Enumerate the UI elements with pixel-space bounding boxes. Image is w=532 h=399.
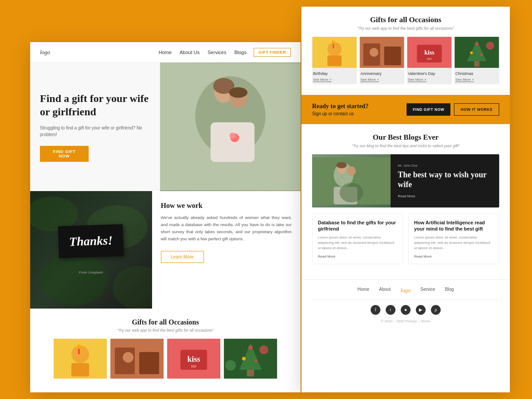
svg-point-60	[340, 183, 363, 202]
svg-point-5	[229, 87, 247, 98]
right-gift-anniversary[interactable]: Anniversary See More >	[360, 37, 404, 84]
footer-nav-home[interactable]: Home	[357, 287, 369, 294]
how-we-work-title: How we work	[161, 202, 292, 210]
nav-services[interactable]: Services	[207, 50, 226, 55]
svg-point-38	[332, 40, 335, 44]
footer-nav-about[interactable]: About	[379, 287, 391, 294]
left-panel: logo Home About Us Services Blogs GIFT F…	[30, 42, 301, 392]
right-valentine-label: Valentine's Day	[407, 70, 452, 77]
blog-card-1-text: Lorem ipsum dolor sit amet, consectetur …	[414, 235, 493, 251]
gift-card-anniversary[interactable]	[110, 339, 164, 379]
svg-point-32	[259, 345, 268, 354]
right-anniversary-svg	[360, 37, 404, 68]
right-gift-valentine[interactable]: kiss me Valentine's Day See More >	[407, 37, 452, 84]
svg-point-28	[248, 345, 253, 350]
footer-nav-service[interactable]: Service	[420, 287, 435, 294]
social-youtube[interactable]: ▶	[416, 305, 426, 315]
from-unsplash: From Unsplash	[59, 270, 123, 274]
svg-point-29	[242, 357, 246, 360]
footer-divider	[312, 299, 499, 300]
right-cta-section: Ready to get started? Sign up or contact…	[301, 95, 510, 124]
right-valentine-svg: kiss me	[407, 37, 452, 68]
svg-point-17	[77, 344, 81, 349]
hero-section: Find a gift for your wife or girlfriend …	[30, 63, 301, 191]
right-anniversary-see-more[interactable]: See More >	[360, 77, 404, 84]
right-gift-christmas[interactable]: Christmas See More >	[454, 37, 499, 84]
gift-card-christmas[interactable]	[224, 339, 277, 379]
featured-blog-image	[312, 154, 391, 207]
right-cta-text: Ready to get started? Sign up or contact…	[312, 103, 368, 116]
right-gifts-section: Gifts for all Occasions "Try our web app…	[301, 7, 510, 95]
svg-rect-6	[211, 122, 254, 162]
gift-card-birthday[interactable]	[54, 339, 107, 379]
featured-blog-author: Mr. John Doe	[398, 164, 492, 168]
thanks-text: Thanks!	[69, 233, 113, 249]
featured-blog-content: Mr. John Doe The best way to wish your w…	[391, 154, 499, 207]
valentine-svg: kiss me	[167, 339, 220, 379]
svg-point-8	[229, 133, 235, 139]
svg-rect-41	[384, 47, 401, 65]
how-we-work-section: How we work We've actually already asked…	[152, 191, 301, 309]
svg-text:me: me	[427, 56, 432, 61]
svg-text:kiss: kiss	[187, 355, 200, 364]
svg-point-21	[123, 352, 133, 363]
blog-card-0[interactable]: Database to find the gifts for your girl…	[312, 214, 403, 264]
how-it-works-button[interactable]: HOW IT WORKS	[454, 103, 499, 116]
right-footer: Home About logo Service Blog f t ● ▶ p ©…	[301, 279, 510, 328]
social-facebook[interactable]: f	[371, 305, 380, 315]
right-christmas-svg	[454, 37, 499, 68]
footer-nav: Home About logo Service Blog	[312, 287, 499, 294]
social-pinterest[interactable]: p	[431, 305, 441, 315]
thanks-card-inner-box: Thanks!	[58, 224, 124, 258]
thanks-card: Thanks! From Unsplash	[30, 191, 152, 309]
gift-finder-button[interactable]: GIFT FINDER	[254, 48, 291, 57]
footer-logo[interactable]: logo	[400, 287, 411, 294]
nav-blogs[interactable]: Blogs	[234, 50, 246, 55]
hero-subtitle: Struggling to find a gift for your wife …	[40, 125, 150, 138]
find-gift-now-button[interactable]: FIND GIFT NOW	[407, 103, 450, 116]
right-valentine-see-more[interactable]: See More >	[407, 77, 452, 84]
right-birthday-label: Birthday	[312, 70, 357, 77]
right-christmas-see-more[interactable]: See More >	[454, 77, 499, 84]
gifts-subtitle-left: "Try our web app to find the best gifts …	[40, 328, 291, 332]
svg-point-50	[470, 51, 473, 54]
nav-about[interactable]: About Us	[180, 50, 200, 55]
blog-card-1[interactable]: How Artificial Intelligence read your mi…	[408, 214, 499, 264]
svg-point-30	[254, 360, 257, 362]
gift-card-valentine[interactable]: kiss me	[167, 339, 220, 379]
right-blogs-section: Our Best Blogs Ever "Try our blog to fin…	[301, 124, 510, 279]
featured-blog-read-more[interactable]: Read More	[398, 194, 492, 198]
footer-social: f t ● ▶ p	[312, 305, 499, 315]
gift-cards-left: kiss me	[40, 339, 291, 379]
cta-buttons: FIND GIFT NOW HOW IT WORKS	[407, 103, 499, 116]
anniversary-svg	[110, 339, 164, 379]
right-gifts-subtitle: "Try our web app to find the best gifts …	[312, 26, 499, 31]
right-gift-birthday[interactable]: Birthday See More >	[312, 37, 357, 84]
social-instagram[interactable]: ●	[401, 305, 411, 315]
svg-text:kiss: kiss	[424, 49, 434, 56]
social-twitter[interactable]: t	[386, 305, 395, 315]
svg-point-49	[475, 42, 479, 46]
cta-heading: Ready to get started?	[312, 103, 368, 110]
footer-nav-blog[interactable]: Blog	[445, 287, 454, 294]
svg-text:me: me	[191, 364, 197, 368]
find-gift-button[interactable]: FIND GIFT NOW	[40, 146, 89, 162]
learn-more-button[interactable]: Learn More	[161, 251, 204, 263]
svg-rect-20	[139, 352, 159, 374]
svg-point-57	[336, 162, 347, 168]
blog-card-1-read[interactable]: Read More	[414, 254, 493, 258]
svg-rect-31	[247, 370, 254, 376]
blog-card-0-read[interactable]: Read More	[318, 254, 397, 258]
blogs-title: Our Best Blogs Ever	[312, 133, 499, 142]
svg-point-42	[370, 48, 379, 57]
nav-home[interactable]: Home	[159, 50, 172, 55]
right-birthday-see-more[interactable]: See More >	[312, 77, 357, 84]
valentine-image: kiss me	[167, 339, 220, 379]
svg-point-33	[225, 360, 236, 371]
svg-rect-15	[71, 363, 89, 376]
blog-card-0-title: Database to find the gifts for your girl…	[318, 219, 397, 232]
hero-text: Find a gift for your wife or girlfriend …	[30, 63, 160, 191]
right-christmas-label: Christmas	[454, 70, 499, 77]
blog-card-0-text: Lorem ipsum dolor sit amet, consectetur …	[318, 235, 397, 251]
featured-blog[interactable]: Mr. John Doe The best way to wish your w…	[312, 154, 499, 207]
